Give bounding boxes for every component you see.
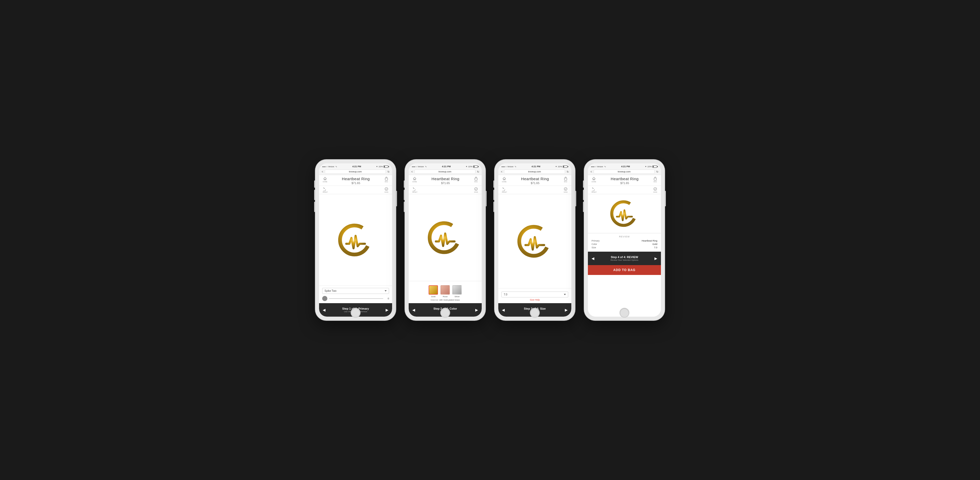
home-nav-1[interactable]: HOME bbox=[323, 176, 327, 183]
status-bar-4: ●●●○○ Verizon ∿ 4:21 PM ✶ 22% bbox=[588, 164, 661, 168]
toolbar-1: RESET SAVE bbox=[319, 186, 392, 194]
swatch-rose-box[interactable] bbox=[441, 285, 450, 295]
bluetooth-4: ✶ bbox=[645, 165, 647, 168]
prev-step-btn-1[interactable]: ◀ bbox=[322, 307, 326, 313]
address-bar-2: < troveup.com ↻ bbox=[409, 168, 482, 175]
product-title-1: Heartbeat Ring bbox=[327, 176, 384, 181]
reload-btn-3[interactable]: ↻ bbox=[567, 170, 569, 173]
app-navbar-3: HOME Heartbeat Ring $71.65 BAG bbox=[498, 175, 571, 186]
next-step-btn-2[interactable]: ▶ bbox=[474, 307, 479, 313]
primary-select-1[interactable]: Spike Two bbox=[322, 288, 389, 294]
save-nav-3[interactable]: SAVE bbox=[563, 187, 568, 193]
iphone-4: ●●●○○ Verizon ∿ 4:21 PM ✶ 22% bbox=[584, 160, 665, 320]
home-button-4[interactable] bbox=[619, 308, 629, 318]
home-button-1[interactable] bbox=[351, 308, 361, 318]
side-vol-down-button[interactable] bbox=[314, 202, 315, 212]
bag-nav-2[interactable]: BAG bbox=[474, 176, 478, 183]
material-name-2: 18K Gold-plated brass bbox=[439, 299, 460, 301]
slider-thumb-1[interactable] bbox=[322, 296, 327, 301]
url-bar-4[interactable]: troveup.com bbox=[593, 170, 655, 174]
swatch-silver[interactable]: Silver bbox=[452, 285, 462, 298]
swatch-rose-label: Rose bbox=[443, 296, 448, 298]
review-row-color: Color Gold bbox=[592, 243, 657, 245]
svg-rect-6 bbox=[564, 178, 567, 180]
phones-container: ●●●○○ Verizon ∿ 4:21 PM ✶ 22% bbox=[305, 149, 675, 331]
reload-btn-2[interactable]: ↻ bbox=[477, 170, 479, 173]
back-btn-3[interactable]: < bbox=[501, 170, 503, 173]
bag-nav-3[interactable]: BAG bbox=[563, 176, 568, 183]
swatch-gold-box[interactable] bbox=[429, 285, 438, 295]
swatch-silver-label: Silver bbox=[455, 296, 460, 298]
iphone-3: ●●●○○ Verizon ∿ 4:21 PM ✶ 22% bbox=[495, 160, 575, 320]
side-vol-up-button-4[interactable] bbox=[583, 190, 584, 200]
back-btn-4[interactable]: < bbox=[590, 170, 592, 173]
reset-label-2: RESET bbox=[412, 191, 417, 193]
side-mute-button[interactable] bbox=[314, 180, 315, 188]
side-mute-button-2[interactable] bbox=[404, 180, 405, 188]
wifi-icon-3: ∿ bbox=[515, 165, 516, 168]
size-select-3[interactable]: 7.0 bbox=[501, 291, 568, 297]
reset-label-3: RESET bbox=[502, 191, 507, 193]
side-power-button-2[interactable] bbox=[485, 191, 487, 207]
save-nav-1[interactable]: SAVE bbox=[384, 187, 388, 193]
save-nav-4[interactable]: SAVE bbox=[653, 187, 657, 193]
home-button-3[interactable] bbox=[530, 308, 540, 318]
url-bar-1[interactable]: troveup.com bbox=[325, 170, 386, 174]
reset-nav-1[interactable]: RESET bbox=[323, 187, 328, 193]
prev-step-btn-4[interactable]: ◀ bbox=[590, 255, 595, 261]
side-mute-button-4[interactable] bbox=[583, 180, 584, 188]
swatch-gold[interactable]: Gold bbox=[429, 285, 438, 298]
home-nav-2[interactable]: HOME bbox=[412, 176, 417, 183]
reset-nav-2[interactable]: RESET bbox=[412, 187, 417, 193]
status-right-2: ✶ 22% bbox=[466, 165, 479, 168]
ring-image-svg-1 bbox=[335, 219, 376, 261]
reset-label-1: RESET bbox=[323, 191, 328, 193]
home-label-1: HOME bbox=[323, 181, 327, 183]
url-bar-2[interactable]: troveup.com bbox=[414, 170, 476, 174]
ring-image-svg-2 bbox=[425, 217, 466, 258]
bag-nav-1[interactable]: BAG bbox=[384, 176, 388, 183]
add-to-bag-button[interactable]: ADD TO BAG bbox=[588, 265, 661, 275]
bluetooth-2: ✶ bbox=[466, 165, 468, 168]
home-nav-3[interactable]: HOME bbox=[502, 176, 507, 183]
side-mute-button-3[interactable] bbox=[493, 180, 495, 188]
side-power-button-4[interactable] bbox=[665, 191, 666, 207]
side-vol-up-button-3[interactable] bbox=[493, 190, 495, 200]
next-step-btn-4[interactable]: ▶ bbox=[654, 255, 658, 261]
side-vol-down-button-4[interactable] bbox=[583, 202, 584, 212]
review-key-primary: Primary bbox=[592, 240, 600, 242]
ring-image-svg-3 bbox=[514, 221, 555, 262]
next-step-btn-1[interactable]: ▶ bbox=[385, 307, 390, 313]
prev-step-btn-3[interactable]: ◀ bbox=[501, 307, 506, 313]
prev-step-btn-2[interactable]: ◀ bbox=[411, 307, 416, 313]
swatch-rose[interactable]: Rose bbox=[441, 285, 450, 298]
side-power-button[interactable] bbox=[396, 191, 397, 207]
bag-nav-4[interactable]: BAG bbox=[653, 176, 657, 183]
side-power-button-3[interactable] bbox=[575, 191, 576, 207]
carrier-4: ●●●○○ Verizon bbox=[591, 166, 603, 167]
reset-nav-3[interactable]: RESET bbox=[502, 187, 507, 193]
url-bar-3[interactable]: troveup.com bbox=[504, 170, 565, 174]
screen-1: ●●●○○ Verizon ∿ 4:21 PM ✶ 22% bbox=[319, 164, 392, 316]
product-price-4: $71.65 bbox=[596, 181, 653, 184]
save-nav-2[interactable]: SAVE bbox=[474, 187, 478, 193]
home-nav-4[interactable]: HOME bbox=[592, 176, 596, 183]
reload-btn-1[interactable]: ↻ bbox=[387, 170, 390, 173]
side-vol-down-button-2[interactable] bbox=[404, 202, 405, 212]
next-step-btn-3[interactable]: ▶ bbox=[564, 307, 569, 313]
reload-btn-4[interactable]: ↻ bbox=[656, 170, 658, 173]
back-btn-1[interactable]: < bbox=[322, 170, 323, 173]
reset-nav-4[interactable]: RESET bbox=[592, 187, 597, 193]
swatch-silver-box[interactable] bbox=[452, 285, 462, 295]
wifi-icon-2: ∿ bbox=[425, 165, 427, 168]
side-vol-down-button-3[interactable] bbox=[493, 202, 495, 212]
size-help-3[interactable]: Size Help bbox=[501, 299, 568, 301]
home-button-2[interactable] bbox=[440, 308, 450, 318]
wifi-icon-4: ∿ bbox=[604, 165, 606, 168]
side-vol-up-button-2[interactable] bbox=[404, 190, 405, 200]
bag-label-2: BAG bbox=[474, 181, 478, 183]
side-vol-up-button[interactable] bbox=[314, 190, 315, 200]
slider-track-1[interactable] bbox=[329, 298, 383, 299]
screen-2: ●●●○○ Verizon ∿ 4:21 PM ✶ 22% bbox=[409, 164, 482, 316]
back-btn-2[interactable]: < bbox=[411, 170, 413, 173]
